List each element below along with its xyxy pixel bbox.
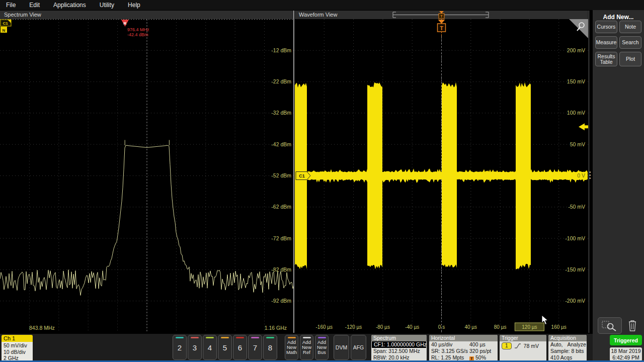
horizontal-position-slider[interactable]: T — [295, 11, 588, 19]
channel-number: 8 — [268, 343, 272, 352]
add-new-sidebar: Add New... CursorsNoteMeasureSearchResul… — [593, 10, 644, 362]
note-button[interactable]: Note — [619, 21, 641, 33]
channel-color-stripe — [176, 337, 184, 338]
plot-button[interactable]: Plot — [619, 52, 641, 66]
zoom-box-icon — [601, 320, 618, 331]
channel-8-button[interactable]: 8 — [263, 335, 277, 360]
graticule-zoom-corner[interactable] — [569, 19, 588, 38]
acquisition-badge-title: Acquisition — [548, 335, 587, 341]
channel-number: 6 — [238, 343, 242, 352]
svg-text:R: R — [124, 21, 127, 26]
waveform-x-label: 120 µs — [522, 324, 537, 330]
acquisition-settings-badge[interactable]: Acquisition Auto, Analyze Sample: 8 bits… — [548, 335, 587, 361]
add-new-bus-button[interactable]: AddNewBus — [315, 335, 329, 360]
channel-color-stripe — [236, 337, 244, 338]
menu-edit[interactable]: Edit — [29, 2, 40, 9]
acquisition-sample: Sample: 8 bits — [548, 348, 587, 354]
waveform-x-label: 40 µs — [464, 324, 477, 330]
menu-utility[interactable]: Utility — [100, 2, 114, 9]
channel-6-button[interactable]: 6 — [233, 335, 247, 360]
waveform-y-label: 150 mV — [567, 78, 585, 84]
channel-number: 2 — [178, 343, 182, 352]
spectrum-badge-title: Spectrum — [371, 335, 427, 341]
channel-color-stripe — [251, 337, 259, 338]
channel-4-button[interactable]: 4 — [203, 335, 217, 360]
channel-color-stripe — [206, 337, 214, 338]
channel-1-badge[interactable]: Ch 1 50 mV/div 10 dB/div 2 GHz — [2, 335, 33, 361]
waveform-y-label: -150 mV — [565, 266, 585, 273]
spectrum-y-label: -22 dBm — [271, 78, 291, 84]
channel-number: 5 — [223, 343, 227, 352]
channel-number: 7 — [253, 343, 257, 352]
channel-3-button[interactable]: 3 — [188, 335, 202, 360]
spectrum-y-label: -32 dBm — [271, 110, 291, 116]
channel-number: 4 — [208, 343, 212, 352]
svg-text:T: T — [440, 25, 443, 31]
dvm-button[interactable]: DVM — [334, 335, 349, 360]
measure-button[interactable]: Measure — [595, 36, 617, 49]
menu-help[interactable]: Help — [128, 2, 140, 9]
panel-resize-handle[interactable]: ••• — [589, 171, 592, 180]
waveform-x-label: 160 µs — [551, 324, 567, 330]
results-table-button[interactable]: Results Table — [595, 52, 617, 66]
trash-button[interactable] — [626, 317, 639, 333]
reference-marker[interactable]: R976.4 MHz-42.4 dBm — [121, 20, 149, 37]
panel-divider — [293, 11, 294, 333]
waveform-x-label: 0 s — [438, 324, 445, 330]
trigger-settings-badge[interactable]: Trigger 1 78 mV — [500, 335, 546, 361]
channel-number: 3 — [193, 343, 197, 352]
horizontal-settings-badge[interactable]: Horizontal 40 µs/div 400 µs SR: 3.125 GS… — [429, 335, 498, 361]
svg-text:C1: C1 — [299, 173, 305, 178]
channel-7-button[interactable]: 7 — [248, 335, 262, 360]
sample-period: 320 ps/pt — [469, 348, 496, 354]
acquisition-mode: Auto, — [550, 341, 563, 348]
menu-file[interactable]: File — [6, 2, 16, 9]
spectrum-channel-badge[interactable]: C1N — [1, 20, 11, 33]
marker-amplitude: -42.4 dBm — [127, 32, 148, 37]
trigger-level-arrow[interactable] — [579, 123, 588, 130]
menu-bar: FileEditApplicationsUtilityHelp — [0, 0, 644, 10]
channel-2-button[interactable]: 2 — [173, 335, 187, 360]
channel-color-stripe — [191, 337, 199, 338]
spectrum-y-label: -62 dBm — [271, 204, 291, 210]
add-color-stripe — [303, 337, 311, 338]
spectrum-view-header: Spectrum View — [0, 11, 294, 19]
menu-applications[interactable]: Applications — [53, 2, 86, 9]
span-value: Span: 312.500 MHz — [371, 348, 427, 354]
add-new-title: Add New... — [593, 14, 644, 21]
add-new-math-button[interactable]: AddNewMath — [285, 335, 298, 360]
spectrum-y-label: -12 dBm — [271, 47, 291, 53]
trigger-level-value: 78 mV — [524, 343, 539, 349]
waveform-x-label: -80 µs — [376, 324, 390, 330]
search-button[interactable]: Search — [619, 36, 641, 49]
channel-5-button[interactable]: 5 — [218, 335, 232, 360]
trigger-status-badge: Triggered — [610, 335, 642, 345]
horizontal-scale: 40 µs/div — [431, 341, 469, 348]
horizontal-badge-title: Horizontal — [429, 335, 498, 341]
waveform-graticule[interactable]: 200 mV150 mV100 mV50 mV0 V-50 mV-100 mV-… — [295, 19, 588, 333]
zoom-box-button[interactable] — [598, 317, 622, 334]
marker-frequency: 976.4 MHz — [127, 27, 149, 32]
cursors-button[interactable]: Cursors — [595, 21, 617, 33]
afg-button[interactable]: AFG — [351, 335, 366, 360]
add-new-ref-button[interactable]: AddNewRef — [300, 335, 313, 360]
channel-1-settings: 50 mV/div 10 dB/div 2 GHz — [2, 342, 33, 361]
stop-frequency-label: 1.16 GHz — [265, 325, 287, 331]
datetime-display: 18 Mar 2019 6:42:49 PM — [610, 347, 642, 361]
spectrum-settings-badge[interactable]: Spectrum CF1: 1.00000000 GHz Span: 312.5… — [371, 335, 427, 361]
waveform-y-label: 200 mV — [567, 47, 585, 53]
center-frequency-value[interactable]: CF1: 1.00000000 GHz — [372, 341, 426, 348]
rising-edge-icon — [514, 343, 521, 349]
spectrum-view-title: Spectrum View — [4, 12, 41, 18]
ch1-spectrum-scale: 10 dB/div — [4, 349, 31, 355]
trigger-position-marker[interactable]: T — [438, 20, 446, 37]
channel-1-label: Ch 1 — [2, 335, 33, 342]
waveform-burst — [442, 82, 457, 267]
start-frequency-label: 843.8 MHz — [29, 325, 55, 331]
spectrum-y-label: -52 dBm — [271, 172, 291, 178]
trigger-badge-title: Trigger — [500, 335, 546, 341]
channel-color-stripe — [266, 337, 274, 338]
spectrum-graticule[interactable]: -12 dBm-22 dBm-32 dBm-42 dBm-52 dBm-62 d… — [0, 19, 294, 333]
spectrum-y-label: -82 dBm — [271, 266, 291, 273]
waveform-channel-badge[interactable]: C1 — [296, 172, 310, 180]
